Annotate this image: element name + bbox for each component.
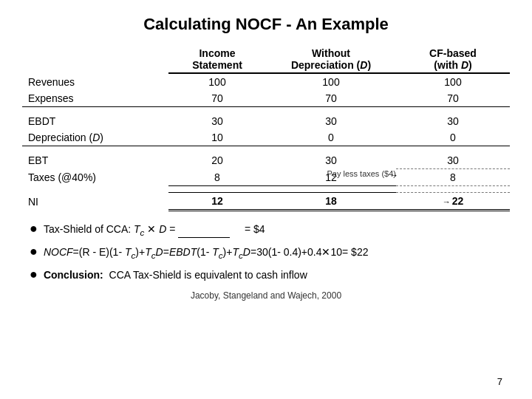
spacer-row	[22, 146, 510, 153]
bullet-text-1: Tax-Shield of CCA: Tc ✕ D = = $4	[44, 222, 265, 239]
header-income: IncomeStatement	[168, 46, 266, 73]
row-income: 30	[168, 113, 266, 129]
spacer-row	[22, 186, 510, 193]
taxes-cf-value: 8	[450, 171, 456, 183]
row-label: NI	[22, 193, 168, 211]
row-without: 70	[266, 90, 396, 107]
row-without: 30	[266, 152, 396, 169]
row-income: 10	[168, 129, 266, 146]
nocf-table: IncomeStatement WithoutDepreciation (D) …	[22, 46, 510, 211]
row-cf: 30	[396, 152, 510, 169]
row-label: EBDT	[22, 113, 168, 129]
bullet-3: ● Conclusion: CCA Tax-Shield is equivale…	[30, 267, 510, 283]
footer-citation: Jacoby, Stangeland and Wajech, 2000	[22, 290, 510, 301]
table-row: EBDT 30 30 30	[22, 113, 510, 129]
bullet-2: ● NOCF=(R - E)(1- Tc)+TcD=EBDT(1- Tc)+Tc…	[30, 245, 510, 262]
row-without: 100	[266, 73, 396, 90]
row-label: Taxes (@40%)	[22, 169, 168, 186]
pay-less-note: Pay less taxes ($4)	[315, 169, 396, 178]
row-without: 0	[266, 129, 396, 146]
blank-field-1	[178, 222, 230, 238]
row-label: Revenues	[22, 73, 168, 90]
spacer-row	[22, 107, 510, 114]
row-cf: 100	[396, 73, 510, 90]
page-title: Calculating NOCF - An Example	[22, 15, 510, 34]
table-row: Expenses 70 70 70	[22, 90, 510, 107]
row-cf-ni: →22	[396, 193, 510, 211]
table-row-ni: NI 12 18 →22	[22, 193, 510, 211]
bullet-text-2: NOCF=(R - E)(1- Tc)+TcD=EBDT(1- Tc)+TcD=…	[44, 245, 369, 262]
bullets-section: ● Tax-Shield of CCA: Tc ✕ D = = $4 ● NOC…	[22, 222, 510, 283]
row-cf-taxes: 8 Pay less taxes ($4) →	[396, 169, 510, 186]
arrow-cf: →	[390, 171, 398, 180]
bullet-dot-1: ●	[30, 222, 38, 235]
table-row: EBT 20 30 30	[22, 152, 510, 169]
row-income: 100	[168, 73, 266, 90]
row-without: 18	[266, 193, 396, 211]
main-table-container: IncomeStatement WithoutDepreciation (D) …	[22, 46, 510, 211]
row-cf: 30	[396, 113, 510, 129]
row-without: 30	[266, 113, 396, 129]
row-cf: 0	[396, 129, 510, 146]
row-label: Expenses	[22, 90, 168, 107]
row-cf: 70	[396, 90, 510, 107]
row-label: Depreciation (D)	[22, 129, 168, 146]
header-label	[22, 46, 168, 73]
row-income: 12	[168, 193, 266, 211]
bullet-1: ● Tax-Shield of CCA: Tc ✕ D = = $4	[30, 222, 510, 239]
footer-page: 7	[497, 376, 502, 387]
row-income: 20	[168, 152, 266, 169]
bullet-text-3: Conclusion: CCA Tax-Shield is equivalent…	[44, 268, 307, 283]
bullet-dot-2: ●	[30, 245, 38, 258]
arrow-ni: →	[443, 197, 451, 206]
table-row: Revenues 100 100 100	[22, 73, 510, 90]
row-income: 70	[168, 90, 266, 107]
table-row: Depreciation (D) 10 0 0	[22, 129, 510, 146]
table-row-taxes: Taxes (@40%) 8 12 8 Pay less taxes ($4) …	[22, 169, 510, 186]
header-without: WithoutDepreciation (D)	[266, 46, 396, 73]
bullet-dot-3: ●	[30, 267, 38, 281]
conclusion-label: Conclusion:	[44, 269, 103, 281]
row-income: 8	[168, 169, 266, 186]
header-cf: CF-based(with D)	[396, 46, 510, 73]
row-label: EBT	[22, 152, 168, 169]
